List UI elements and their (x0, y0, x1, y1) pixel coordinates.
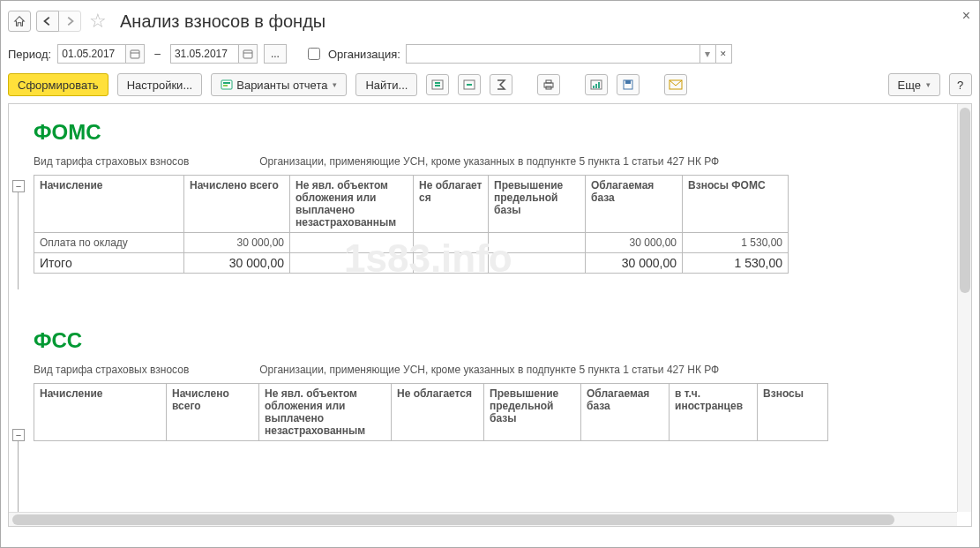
period-choose-button[interactable]: ... (264, 44, 287, 64)
org-clear-button[interactable]: ✕ (715, 45, 731, 63)
total-cell: 30 000,00 (586, 253, 683, 274)
total-cell (290, 253, 414, 274)
more-button[interactable]: Еще ▾ (888, 73, 940, 96)
toolbar: Сформировать Настройки... Варианты отчет… (8, 73, 972, 96)
data-table: НачислениеНачислено всегоНе явл. объекто… (34, 175, 789, 274)
more-label: Еще (898, 79, 921, 92)
data-table: НачислениеНачислено всегоНе явл. объекто… (34, 383, 828, 441)
app-window: × ☆ Анализ взносов в фонды Период: – (0, 0, 980, 548)
tariff-row: Вид тарифа страховых взносовОрганизации,… (34, 155, 952, 168)
org-field: ▾ ✕ (406, 44, 732, 64)
tariff-value: Организации, применяющие УСН, кроме указ… (259, 364, 719, 376)
report-body: 1s83.info ФОМСВид тарифа страховых взнос… (9, 104, 957, 512)
column-header: Взносы ФОМС (683, 176, 789, 233)
period-label: Период: (8, 48, 51, 61)
column-header: Не явл. объектом обложения или выплачено… (259, 384, 392, 441)
column-header: Облагаемая база (586, 176, 683, 233)
column-header: Превышение предельной базы (489, 176, 586, 233)
tariff-row: Вид тарифа страховых взносовОрганизации,… (34, 364, 952, 376)
org-dropdown-button[interactable]: ▾ (699, 45, 715, 63)
report-variants-button[interactable]: Варианты отчета ▾ (211, 73, 347, 96)
find-button[interactable]: Найти... (355, 73, 417, 96)
home-button[interactable] (8, 11, 31, 32)
svg-rect-13 (546, 80, 551, 83)
total-row: Итого30 000,0030 000,001 530,00 (34, 253, 789, 274)
svg-rect-20 (625, 80, 631, 84)
org-label: Организация: (328, 48, 400, 61)
column-header: Начислено всего (184, 176, 290, 233)
column-header: Начислено всего (167, 384, 259, 441)
column-header: в т.ч. иностранцев (670, 384, 758, 441)
settings-button[interactable]: Настройки... (117, 73, 203, 96)
svg-rect-0 (131, 50, 139, 58)
total-cell: 1 530,00 (683, 253, 789, 274)
org-checkbox[interactable] (308, 48, 320, 60)
svg-rect-6 (223, 85, 228, 86)
save-button[interactable] (617, 74, 640, 95)
cell: 30 000,00 (184, 233, 290, 253)
cell: 1 530,00 (683, 233, 789, 253)
report-variants-label: Варианты отчета (236, 79, 327, 92)
page-title: Анализ взносов в фонды (120, 11, 325, 32)
tariff-value: Организации, применяющие УСН, кроме указ… (259, 155, 719, 168)
column-header: Начисление (34, 384, 167, 441)
table-row: Оплата по окладу30 000,0030 000,001 530,… (34, 233, 789, 253)
nav-forward-button[interactable] (58, 11, 81, 32)
column-header: Взносы (758, 384, 828, 441)
total-cell: 30 000,00 (184, 253, 290, 274)
favorite-star-icon[interactable]: ☆ (86, 10, 109, 33)
email-button[interactable] (664, 74, 687, 95)
report-area: − − 1s83.info ФОМСВид тарифа страховых в… (8, 103, 972, 527)
cell (290, 233, 414, 253)
period-to-wrap (169, 43, 258, 64)
chevron-down-icon: ▾ (333, 80, 337, 89)
nav-back-button[interactable] (36, 11, 59, 32)
column-header: Не облагается (392, 384, 484, 441)
column-header: Превышение предельной базы (484, 384, 581, 441)
chart-button[interactable] (585, 74, 608, 95)
filter-bar: Период: – ... Организация: ▾ ✕ (8, 43, 972, 64)
collapse-groups-button[interactable] (458, 74, 481, 95)
svg-rect-2 (243, 50, 252, 58)
generate-button[interactable]: Сформировать (8, 73, 108, 96)
nav-group (36, 11, 81, 32)
svg-rect-18 (598, 82, 600, 88)
cell (414, 233, 489, 253)
svg-rect-5 (223, 82, 230, 84)
row-label: Оплата по окладу (34, 233, 184, 253)
help-button[interactable]: ? (949, 73, 972, 96)
column-header: Начисление (34, 176, 184, 233)
period-to-input[interactable] (170, 44, 239, 64)
section-title: ФСС (34, 328, 952, 353)
total-cell (414, 253, 489, 274)
column-header: Не облагает ся (414, 176, 489, 233)
svg-rect-16 (593, 86, 595, 88)
period-from-input[interactable] (57, 44, 126, 64)
vertical-scrollbar[interactable] (957, 104, 971, 512)
period-from-wrap (56, 43, 146, 64)
period-dash: – (151, 48, 164, 60)
title-bar: ☆ Анализ взносов в фонды (8, 6, 972, 36)
tariff-label: Вид тарифа страховых взносов (34, 364, 189, 376)
period-to-calendar-button[interactable] (238, 44, 258, 64)
cell (489, 233, 586, 253)
close-icon[interactable]: × (962, 8, 970, 24)
print-button[interactable] (537, 74, 560, 95)
org-input[interactable] (407, 45, 699, 63)
tariff-label: Вид тарифа страховых взносов (34, 155, 189, 168)
column-header: Облагаемая база (581, 384, 670, 441)
chevron-down-icon: ▾ (926, 80, 931, 89)
expand-groups-button[interactable] (426, 74, 449, 95)
svg-rect-17 (595, 84, 597, 88)
period-from-calendar-button[interactable] (125, 44, 145, 64)
column-header: Не явл. объектом обложения или выплачено… (290, 176, 414, 233)
section-title: ФОМС (34, 120, 952, 145)
sum-button[interactable] (490, 74, 512, 95)
total-cell (489, 253, 586, 274)
horizontal-scrollbar[interactable] (9, 512, 957, 526)
cell: 30 000,00 (586, 233, 683, 253)
total-label: Итого (34, 253, 184, 274)
